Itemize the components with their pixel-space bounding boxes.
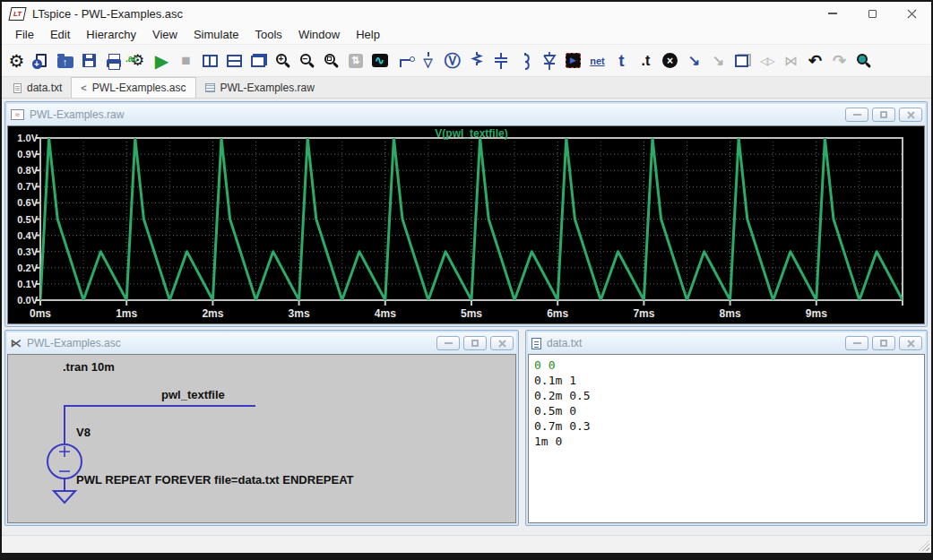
menu-help[interactable]: Help <box>348 28 388 41</box>
place-text-icon[interactable]: t <box>609 47 634 74</box>
titlebar[interactable]: LT LTspice - PWL-Examples.asc <box>2 2 931 25</box>
minimize-button[interactable] <box>813 2 852 25</box>
net-label-text[interactable]: pwl_textfile <box>161 388 225 401</box>
copy-icon[interactable] <box>730 47 755 74</box>
maximize-icon <box>868 10 877 18</box>
close-button[interactable] <box>892 2 931 25</box>
icon-glyph: ↷ <box>833 53 846 69</box>
y-axis-label: 0.2V <box>8 263 38 273</box>
waveform-plot[interactable]: V(pwl_textfile) 1.0V0.9V0.8V0.7V0.6V0.5V… <box>7 125 925 324</box>
cascade-windows-icon[interactable] <box>246 47 271 74</box>
tab-data.txt[interactable]: data.txt <box>4 78 71 98</box>
pan-icon[interactable]: ⇅ <box>343 47 367 74</box>
tile-horizontal-icon[interactable] <box>222 47 246 74</box>
waveform-pane-icon[interactable]: ∿ <box>367 47 392 74</box>
y-axis-label: 0.4V <box>8 231 38 241</box>
tab-PWL-Examples.raw[interactable]: PWL-Examples.raw <box>196 78 324 98</box>
wire[interactable] <box>65 406 255 444</box>
x-axis-label: 9ms <box>806 308 827 319</box>
menu-view[interactable]: View <box>144 28 186 41</box>
restore-button[interactable] <box>872 108 895 122</box>
halt-icon[interactable]: ■ <box>174 47 198 74</box>
code-line: 1m 0 <box>534 434 919 449</box>
label-net-icon[interactable]: net <box>585 47 609 74</box>
tab-PWL-Examples.asc[interactable]: <PWL-Examples.asc <box>71 77 195 98</box>
waveform-window-titlebar[interactable]: ≈ PWL-Examples.raw <box>7 104 925 125</box>
zoom-out-icon[interactable]: − <box>295 47 319 74</box>
draw-wire-icon[interactable] <box>392 47 416 74</box>
place-component-icon[interactable]: ▶ <box>561 47 585 74</box>
menu-simulate[interactable]: Simulate <box>186 28 247 41</box>
close-button[interactable] <box>899 108 922 122</box>
resize-grip[interactable] <box>919 540 929 551</box>
redo-icon[interactable]: ↷ <box>827 47 851 74</box>
icon-glyph <box>82 54 96 67</box>
component-value-text[interactable]: PWL REPEAT FOREVER file=data.txt ENDREPE… <box>76 473 354 487</box>
place-diode-icon[interactable] <box>537 47 561 74</box>
close-button[interactable] <box>899 336 922 350</box>
text-editor[interactable]: 0 00.1m 10.2m 0.50.5m 00.7m 0.31m 0 <box>528 354 925 523</box>
menubar: FileEditHierarchyViewSimulateToolsWindow… <box>2 25 931 45</box>
rotate-icon[interactable]: ⋈ <box>779 47 803 74</box>
menu-window[interactable]: Window <box>290 28 348 41</box>
x-axis-label: 4ms <box>375 308 396 319</box>
ground-symbol[interactable] <box>54 491 75 503</box>
minimize-button[interactable] <box>436 336 460 350</box>
print-icon[interactable] <box>101 47 125 74</box>
delete-icon[interactable]: × <box>658 47 682 74</box>
spice-directive-text[interactable]: .tran 10m <box>63 360 115 374</box>
window-title: LTspice - PWL-Examples.asc <box>32 7 183 21</box>
place-capacitor-icon[interactable] <box>488 47 513 74</box>
settings-icon[interactable]: ⚙ <box>4 47 29 74</box>
x-axis-label: 1ms <box>116 308 137 319</box>
place-voltage-source-icon[interactable]: Ⓥ <box>440 47 464 74</box>
open-file-icon[interactable]: ↑ <box>53 47 77 74</box>
restore-button[interactable] <box>463 336 487 350</box>
menu-file[interactable]: File <box>7 28 42 41</box>
new-schematic-icon[interactable]: + <box>29 47 53 74</box>
x-axis-label: 2ms <box>202 308 223 319</box>
restore-button[interactable] <box>872 336 895 350</box>
icon-glyph <box>324 54 335 65</box>
waveform-icon <box>205 83 215 92</box>
text-window: data.txt 0 00.1m 10.2m 0.50.5m 00.7m 0.3… <box>525 330 928 526</box>
undo-icon[interactable]: ↶ <box>803 47 827 74</box>
minimize-button[interactable] <box>845 108 868 122</box>
maximize-button[interactable] <box>852 2 892 25</box>
save-icon[interactable] <box>77 47 101 74</box>
waveform-chart[interactable] <box>8 126 924 323</box>
find-icon[interactable] <box>851 47 876 74</box>
document-icon <box>13 83 22 93</box>
place-ground-icon[interactable]: ▽ <box>416 47 440 74</box>
x-axis-label: 7ms <box>633 308 654 319</box>
icon-glyph <box>857 54 868 65</box>
menu-hierarchy[interactable]: Hierarchy <box>78 28 144 41</box>
zoom-in-icon[interactable]: + <box>271 47 295 74</box>
place-resistor-icon[interactable] <box>464 47 488 74</box>
component-name-text[interactable]: V8 <box>76 426 91 439</box>
schematic-window-titlebar[interactable]: ⋉ PWL-Examples.asc <box>7 332 516 354</box>
text-window-titlebar[interactable]: data.txt <box>528 332 925 354</box>
minimize-button[interactable] <box>845 336 868 350</box>
mirror-icon[interactable]: ◁▷ <box>755 47 779 74</box>
trace-label[interactable]: V(pwl_textfile) <box>435 127 507 140</box>
menu-tools[interactable]: Tools <box>247 28 290 41</box>
run-icon[interactable]: ▶ <box>150 47 174 74</box>
close-button[interactable] <box>490 336 514 350</box>
icon-glyph: ■ <box>181 53 190 68</box>
edit-simulation-cmd-icon[interactable]: ⚙.ac <box>125 47 150 74</box>
drag-icon[interactable]: ↘ <box>706 47 730 74</box>
move-icon[interactable]: ↘ <box>682 47 706 74</box>
x-axis-label: 3ms <box>289 308 310 319</box>
place-inductor-icon[interactable] <box>513 47 537 74</box>
tabbar: data.txt<PWL-Examples.ascPWL-Examples.ra… <box>2 77 931 99</box>
code-line: 0 0 <box>534 358 919 373</box>
spice-directive-icon[interactable]: .t <box>634 47 658 74</box>
menu-edit[interactable]: Edit <box>42 28 78 41</box>
schematic-canvas[interactable]: .tran 10m pwl_textfile V8 PWL REPEAT FOR… <box>7 354 516 523</box>
icon-glyph: ↶ <box>808 53 822 69</box>
waveform-window-buttons <box>845 108 922 122</box>
tile-vertical-icon[interactable] <box>198 47 222 74</box>
zoom-full-extents-icon[interactable] <box>319 47 343 74</box>
tab-label: data.txt <box>27 82 62 94</box>
